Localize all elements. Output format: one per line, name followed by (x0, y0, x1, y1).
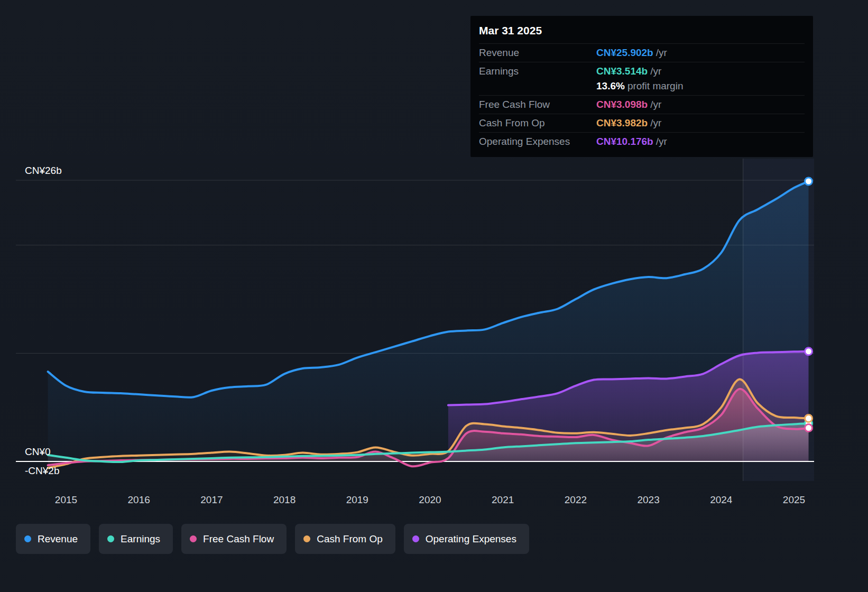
financials-chart-page: CN¥26bCN¥0-CN¥2b201520162017201820192020… (0, 0, 868, 592)
tooltip-row-revenue: Revenue CN¥25.902b/yr (479, 43, 805, 62)
svg-text:2015: 2015 (55, 494, 77, 505)
tooltip-label-free-cash-flow: Free Cash Flow (479, 99, 596, 110)
tooltip-row-free-cash-flow: Free Cash Flow CN¥3.098b/yr (479, 95, 805, 114)
tooltip-suffix-cash-from-op: /yr (650, 117, 661, 128)
legend-label-free-cash-flow: Free Cash Flow (203, 533, 274, 545)
svg-text:-CN¥2b: -CN¥2b (25, 465, 59, 476)
tooltip-label-revenue: Revenue (479, 47, 596, 59)
tooltip-number-cash-from-op: CN¥3.982b (596, 117, 648, 128)
tooltip-number-operating-expenses: CN¥10.176b (596, 136, 653, 147)
chart-tooltip: Mar 31 2025 Revenue CN¥25.902b/yr Earnin… (470, 16, 813, 157)
svg-text:2016: 2016 (128, 494, 150, 505)
svg-text:CN¥26b: CN¥26b (25, 165, 62, 176)
tooltip-label-earnings: Earnings (479, 66, 596, 77)
legend-item-operating-expenses[interactable]: Operating Expenses (404, 524, 529, 554)
tooltip-suffix-free-cash-flow: /yr (650, 99, 661, 110)
tooltip-label-cash-from-op: Cash From Op (479, 117, 596, 129)
legend-item-earnings[interactable]: Earnings (99, 524, 173, 554)
tooltip-value-profit-margin: 13.6%profit margin (596, 80, 805, 92)
tooltip-row-operating-expenses: Operating Expenses CN¥10.176b/yr (479, 132, 805, 151)
svg-text:2019: 2019 (346, 494, 368, 505)
tooltip-label-operating-expenses: Operating Expenses (479, 136, 596, 147)
revenue-dot-icon (24, 535, 31, 542)
svg-text:2023: 2023 (637, 494, 659, 505)
tooltip-value-earnings: CN¥3.514b/yr (596, 66, 805, 77)
legend-item-revenue[interactable]: Revenue (16, 524, 90, 554)
legend-item-cash-from-op[interactable]: Cash From Op (295, 524, 395, 554)
tooltip-suffix-operating-expenses: /yr (656, 136, 667, 147)
tooltip-value-operating-expenses: CN¥10.176b/yr (596, 136, 805, 147)
tooltip-suffix-profit-margin: profit margin (627, 80, 684, 91)
legend-label-revenue: Revenue (38, 533, 78, 545)
tooltip-value-revenue: CN¥25.902b/yr (596, 47, 805, 59)
tooltip-date: Mar 31 2025 (479, 24, 805, 43)
tooltip-value-cash-from-op: CN¥3.982b/yr (596, 117, 805, 129)
svg-text:2022: 2022 (565, 494, 587, 505)
free-cash-flow-dot-icon (190, 535, 197, 542)
operating-expenses-dot-icon (412, 535, 419, 542)
tooltip-row-earnings: Earnings CN¥3.514b/yr (479, 62, 805, 80)
tooltip-number-free-cash-flow: CN¥3.098b (596, 99, 648, 110)
tooltip-value-free-cash-flow: CN¥3.098b/yr (596, 99, 805, 110)
tooltip-number-earnings: CN¥3.514b (596, 66, 648, 77)
tooltip-suffix-earnings: /yr (650, 66, 661, 77)
tooltip-row-cash-from-op: Cash From Op CN¥3.982b/yr (479, 114, 805, 132)
svg-text:2025: 2025 (783, 494, 805, 505)
legend-label-cash-from-op: Cash From Op (317, 533, 383, 545)
earnings-dot-icon (107, 535, 114, 542)
legend-label-operating-expenses: Operating Expenses (426, 533, 516, 545)
tooltip-row-profit-margin: 13.6%profit margin (479, 80, 805, 95)
tooltip-number-revenue: CN¥25.902b (596, 47, 653, 58)
svg-text:2021: 2021 (492, 494, 514, 505)
tooltip-suffix-revenue: /yr (656, 47, 667, 58)
tooltip-number-profit-margin: 13.6% (596, 80, 625, 91)
svg-text:2020: 2020 (419, 494, 441, 505)
legend-label-earnings: Earnings (121, 533, 160, 545)
svg-text:2024: 2024 (710, 494, 733, 505)
cash-from-op-dot-icon (303, 535, 310, 542)
legend-item-free-cash-flow[interactable]: Free Cash Flow (181, 524, 287, 554)
svg-text:2017: 2017 (200, 494, 223, 505)
chart-legend: Revenue Earnings Free Cash Flow Cash Fro… (16, 524, 529, 554)
svg-text:2018: 2018 (273, 494, 296, 505)
svg-text:CN¥0: CN¥0 (25, 446, 51, 457)
